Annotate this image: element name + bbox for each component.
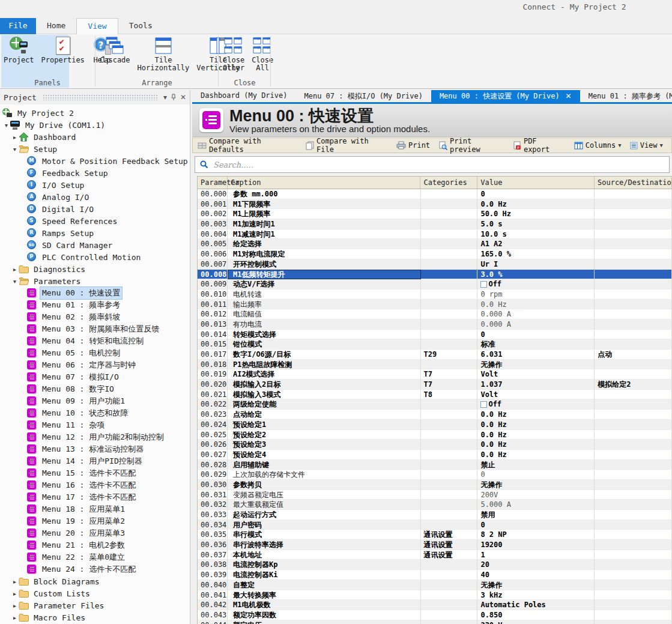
ribbon-tab-view[interactable]: View [76,18,118,34]
table-row-00.006[interactable]: 00.006M1对称电流限定165.0 % [198,249,672,259]
tree-item-menu-09-1[interactable]: Menu 09 : 用户功能1 [0,395,190,407]
tree-item-menu-21-2-[interactable]: Menu 21 : 电机2参数 [0,539,190,551]
tree-item-block-diagrams[interactable]: ▸Block Diagrams [0,575,190,587]
tree-item-dashboard[interactable]: ▸Dashboard [0,131,190,143]
tree-item-menu-02-[interactable]: Menu 02 : 频率斜坡 [0,311,190,323]
table-row-00.019[interactable]: 00.019AI2模式选择T7Volt [198,369,672,380]
column-header-source-destination[interactable]: Source/Destination [595,177,672,189]
table-row-00.009[interactable]: 00.009动态V/F选择Off [198,279,672,289]
tree-item-menu-18-1[interactable]: Menu 18 : 应用菜单1 [0,503,190,515]
table-row-00.004[interactable]: 00.004M1减速时间110.0 s [198,229,672,240]
table-row-00.032[interactable]: 00.032最大重载额定值5.000 A [198,500,672,510]
properties-button[interactable]: ✔✔Properties [38,34,88,64]
compare-with-file-button[interactable]: Compare with File [306,137,388,154]
table-row-00.003[interactable]: 00.003M1加速时间15.0 s [198,219,672,229]
table-row-00.022[interactable]: 00.022两级给定使能Off [198,399,672,410]
tree-item-menu-11-[interactable]: Menu 11 : 杂项 [0,419,190,431]
table-row-00.000[interactable]: 00.000参数 mm.0000 [198,189,672,199]
expander-icon[interactable]: ▾ [11,146,19,153]
tree-item-menu-06-[interactable]: Menu 06 : 定序器与时钟 [0,359,190,371]
tree-item-parameters[interactable]: ▾Parameters [0,275,190,287]
tile-horizontally-button[interactable]: Tile Horizontally [134,34,193,72]
table-row-00.024[interactable]: 00.024预设给定10.0 Hz [198,420,672,430]
pdf-export-button[interactable]: PPDF export [513,137,566,154]
ribbon-tab-home[interactable]: Home [36,18,76,34]
table-row-00.044[interactable]: 00.044额定电压230 V [198,620,672,624]
tree-item-sd-card-manager[interactable]: SDSD Card Manager [0,239,190,251]
table-row-00.018[interactable]: 00.018P1热电阻故障检测无操作 [198,360,672,370]
table-row-00.037[interactable]: 00.037本机地址通讯设置1 [198,550,672,560]
close-other-button[interactable]: Close Other [219,34,248,72]
tab-close-icon[interactable]: ✕ [566,92,572,100]
panel-pin-icon[interactable] [171,94,177,101]
checkbox-icon[interactable] [480,401,487,408]
doc-tab[interactable]: Dashboard (My Drive) [192,90,296,102]
tree-item-plc-controlled-motion[interactable]: PPLC Controlled Motion [0,251,190,263]
doc-tab[interactable]: Menu 01 : 频率参考 (My Drive) [580,90,672,102]
table-row-00.034[interactable]: 00.034用户密码0 [198,520,672,530]
project-button[interactable]: Project [0,34,38,64]
tree-item-menu-10-[interactable]: Menu 10 : 状态和故障 [0,407,190,419]
tree-item-macro-files[interactable]: ▸Macro Files [0,611,190,623]
doc-tab-active[interactable]: Menu 00 : 快速设置 (My Drive)✕ [431,90,580,102]
tree-item-menu-01-[interactable]: Menu 01 : 频率参考 [0,299,190,311]
expander-icon[interactable]: ▸ [11,602,19,609]
tree-item-menu-14-pid-[interactable]: Menu 14 : 用户PID控制器 [0,455,190,467]
tree-item-motor-position-feedback-setup[interactable]: MMotor & Position Feedback Setup [0,155,190,167]
tree-item-i-o-setup[interactable]: II/O Setup [0,179,190,191]
table-row-00.005[interactable]: 00.005给定选择A1 A2 [198,239,672,249]
expander-icon[interactable]: ▸ [11,134,19,141]
tree-item-analog-i-o[interactable]: AAnalog I/O [0,191,190,203]
table-row-00.041[interactable]: 00.041最大转换频率3 kHz [198,590,672,601]
table-row-00.014[interactable]: 00.014转矩模式选择0 [198,330,672,340]
column-header-caption[interactable]: Caption [228,177,420,189]
tree-item-menu-16-[interactable]: Menu 16 : 选件卡不匹配 [0,479,190,491]
table-row-00.001[interactable]: 00.001M1下限频率0.0 Hz [198,199,672,210]
tree-item-my-project-2[interactable]: My Project 2 [0,107,190,119]
tree-item-menu-19-2[interactable]: Menu 19 : 应用菜单2 [0,515,190,527]
table-row-00.017[interactable]: 00.017数字I/O6源/目标T296.031点动 [198,350,672,360]
columns-button[interactable]: Columns▼ [574,141,622,150]
table-row-00.013[interactable]: 00.013有功电流0.000 A [198,320,672,330]
table-row-00.035[interactable]: 00.035串行模式通讯设置8 2 NP [198,530,672,540]
tree-item-menu-17-[interactable]: Menu 17 : 选件卡不匹配 [0,491,190,503]
tree-item-menu-24-[interactable]: Menu 24 : 选件卡不匹配 [0,563,190,575]
panel-close-icon[interactable]: ✕ [180,93,186,101]
tree-item-menu-08-io[interactable]: Menu 08 : 数字IO [0,383,190,395]
tree-item-menu-05-[interactable]: Menu 05 : 电机控制 [0,347,190,359]
table-row-00.043[interactable]: 00.043额定功率因数0.850 [198,610,672,620]
expander-icon[interactable]: ▾ [2,122,10,129]
doc-tab[interactable]: Menu 07 : 模拟I/O (My Drive) [296,90,431,102]
table-row-00.026[interactable]: 00.026预设给定30.0 Hz [198,440,672,450]
table-row-00.033[interactable]: 00.033起动运行方式禁用 [198,510,672,520]
table-row-00.020[interactable]: 00.020模拟输入2目标T71.037模拟给定2 [198,380,672,390]
print-button[interactable]: Print [396,141,430,150]
table-row-00.038[interactable]: 00.038电流控制器Kp20 [198,560,672,570]
table-row-00.036[interactable]: 00.036串行波特率选择通讯设置19200 [198,540,672,550]
tree-item-menu-04-[interactable]: Menu 04 : 转矩和电流控制 [0,335,190,347]
tree-item-setup[interactable]: ▾Setup [0,143,190,155]
table-row-00.039[interactable]: 00.039电流控制器Ki40 [198,570,672,580]
expander-icon[interactable]: ▸ [11,266,19,273]
close-all-button[interactable]: Close All [248,34,277,72]
table-row-00.011[interactable]: 00.011输出频率0.0 Hz [198,300,672,310]
table-row-00.029[interactable]: 00.029上次加载的存储卡文件0 [198,470,672,480]
table-row-00.021[interactable]: 00.021模拟输入3模式T8Volt [198,390,672,400]
expander-icon[interactable]: ▾ [11,278,19,285]
tree-item-my-drive-com1-1-[interactable]: ▾My Drive (COM1.1) [0,119,190,131]
table-row-00.028[interactable]: 00.028启用辅助键禁止 [198,460,672,470]
tree-item-menu-20-3[interactable]: Menu 20 : 应用菜单3 [0,527,190,539]
column-header-categories[interactable]: Categories [420,177,477,189]
column-header-value[interactable]: Value [477,177,595,189]
expander-icon[interactable]: ▸ [11,590,19,597]
tree-item-diagnostics[interactable]: ▸Diagnostics [0,263,190,275]
expander-icon[interactable]: ▸ [11,578,19,585]
tree-item-ramps-setup[interactable]: RRamps Setup [0,227,190,239]
view-button[interactable]: View▼ [630,141,663,150]
table-row-00.031[interactable]: 00.031变频器额定电压200V [198,490,672,500]
tree-item-menu-03-[interactable]: Menu 03 : 附属频率和位置反馈 [0,323,190,335]
table-row-00.025[interactable]: 00.025预设给定20.0 Hz [198,430,672,440]
search-input[interactable]: Search..... [195,156,670,173]
table-row-00.002[interactable]: 00.002M1上限频率50.0 Hz [198,209,672,219]
ribbon-tab-tools[interactable]: Tools [118,18,163,34]
